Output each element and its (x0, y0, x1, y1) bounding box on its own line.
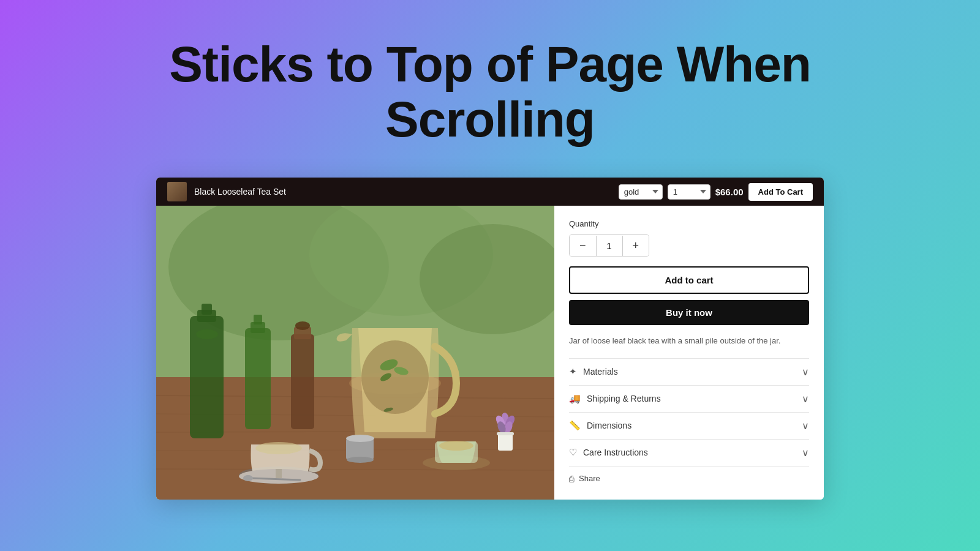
accordion-dimensions-label: Dimensions (587, 421, 631, 430)
share-label: Share (579, 474, 600, 483)
accordion-care-left: ♡ Care Instructions (569, 447, 648, 458)
tea-scene-svg (156, 206, 554, 500)
quantity-control: − 1 + (569, 234, 649, 257)
accordion-shipping-left: 🚚 Shipping & Returns (569, 393, 661, 404)
sticky-price: $66.00 (715, 187, 744, 197)
quantity-section-label: Quantity (569, 219, 809, 228)
page-wrapper: Sticks to Top of Page When Scrolling Bla… (0, 0, 980, 551)
materials-icon: ✦ (569, 366, 577, 377)
svg-point-33 (255, 442, 302, 454)
quantity-plus-button[interactable]: + (623, 235, 649, 256)
sticky-add-to-cart-button[interactable]: Add To Cart (748, 183, 813, 201)
quantity-select-sticky[interactable]: 1 2 3 (668, 184, 710, 200)
svg-rect-35 (276, 469, 282, 478)
svg-point-14 (196, 329, 218, 339)
buy-now-button[interactable]: Buy it now (569, 300, 809, 325)
main-headline: Sticks to Top of Page When Scrolling (169, 37, 811, 147)
product-body: Quantity − 1 + Add to cart Buy it now Ja… (156, 206, 824, 500)
product-thumbnail (167, 182, 187, 201)
product-card: Black Looseleaf Tea Set gold silver bron… (156, 178, 824, 500)
accordion-care[interactable]: ♡ Care Instructions ∨ (569, 439, 809, 466)
variant-select[interactable]: gold silver bronze (619, 184, 663, 200)
sticky-product-title: Black Looseleaf Tea Set (194, 187, 611, 197)
share-icon: ⎙ (569, 474, 574, 484)
thumbnail-image (167, 182, 187, 201)
accordion-materials[interactable]: ✦ Materials ∨ (569, 358, 809, 385)
svg-rect-45 (497, 432, 514, 435)
accordion-care-label: Care Instructions (583, 448, 648, 457)
accordion-shipping-chevron: ∨ (802, 393, 809, 405)
dimensions-icon: 📏 (569, 420, 581, 431)
sticky-bar-right: gold silver bronze 1 2 3 $66.00 Add To C… (619, 183, 813, 201)
quantity-value: 1 (596, 236, 623, 256)
accordion-shipping[interactable]: 🚚 Shipping & Returns ∨ (569, 385, 809, 412)
sticky-bar: Black Looseleaf Tea Set gold silver bron… (156, 178, 824, 206)
svg-rect-15 (245, 328, 271, 429)
svg-point-22 (361, 340, 429, 414)
svg-point-27 (346, 435, 374, 442)
svg-rect-17 (254, 315, 262, 324)
product-info-panel: Quantity − 1 + Add to cart Buy it now Ja… (554, 206, 824, 500)
care-icon: ♡ (569, 447, 577, 458)
svg-rect-18 (291, 334, 314, 429)
svg-point-37 (243, 475, 253, 481)
accordion-materials-chevron: ∨ (802, 366, 809, 378)
svg-point-31 (439, 441, 473, 451)
shipping-icon: 🚚 (569, 393, 581, 404)
add-to-cart-button[interactable]: Add to cart (569, 266, 809, 294)
accordion-dimensions-chevron: ∨ (802, 420, 809, 432)
product-description: Jar of loose leaf black tea with a small… (569, 335, 809, 347)
svg-point-28 (347, 457, 374, 463)
product-image-area (156, 206, 554, 500)
accordion-materials-label: Materials (583, 367, 618, 377)
quantity-minus-button[interactable]: − (570, 235, 596, 256)
accordion-care-chevron: ∨ (802, 447, 809, 459)
share-row[interactable]: ⎙ Share (569, 466, 809, 484)
svg-point-20 (295, 321, 310, 330)
accordion-dimensions-left: 📏 Dimensions (569, 420, 631, 431)
accordion-dimensions[interactable]: 📏 Dimensions ∨ (569, 412, 809, 439)
svg-rect-13 (202, 304, 212, 315)
accordion-shipping-label: Shipping & Returns (587, 394, 661, 403)
accordion-materials-left: ✦ Materials (569, 366, 618, 377)
